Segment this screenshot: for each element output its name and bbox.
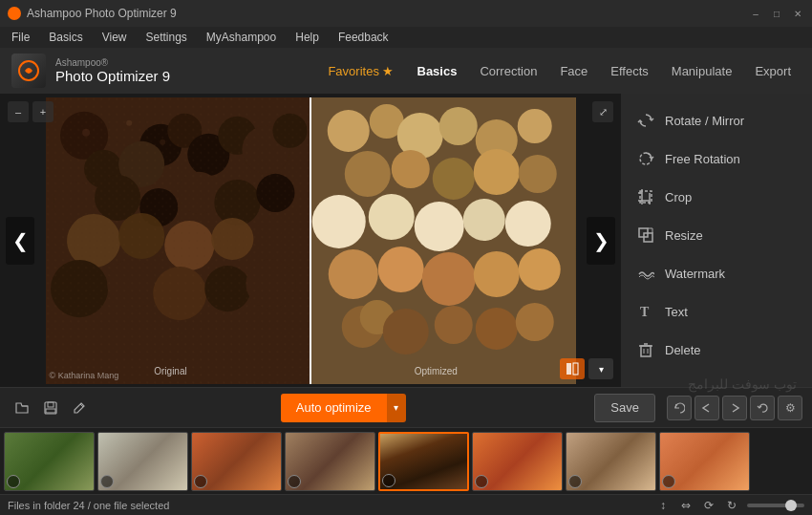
settings-button[interactable]: ⚙ xyxy=(778,396,802,420)
thumb-select-8 xyxy=(662,475,675,488)
watermark-item[interactable]: Watermark xyxy=(621,254,812,292)
svg-point-50 xyxy=(329,249,378,299)
rotate-mirror-item[interactable]: Rotate / Mirror xyxy=(621,101,812,139)
minimize-button[interactable]: – xyxy=(749,7,762,20)
rotate-left-button[interactable] xyxy=(750,396,775,420)
thumb-select-4 xyxy=(288,475,301,488)
save-button[interactable]: Save xyxy=(594,394,655,422)
delete-item[interactable]: Delete xyxy=(621,331,812,369)
nav-export[interactable]: Export xyxy=(745,60,801,82)
free-rotation-icon xyxy=(636,149,655,168)
svg-rect-62 xyxy=(573,363,578,375)
svg-point-46 xyxy=(369,194,415,240)
svg-point-44 xyxy=(519,155,557,193)
app-icon xyxy=(8,7,21,20)
svg-point-57 xyxy=(383,309,429,354)
crop-item[interactable]: Crop xyxy=(621,178,812,216)
auto-optimize-dropdown[interactable]: ▾ xyxy=(387,394,406,422)
status-text: Files in folder 24 / one file selected xyxy=(8,500,169,511)
svg-point-58 xyxy=(435,306,473,344)
zoom-in-button[interactable]: + xyxy=(32,101,53,122)
scroll-up-icon[interactable]: ↕ xyxy=(655,498,671,513)
svg-point-37 xyxy=(439,107,478,145)
menu-myashampoo[interactable]: MyAshampoo xyxy=(203,29,280,46)
nav-effects[interactable]: Effects xyxy=(601,60,658,82)
svg-point-59 xyxy=(476,308,518,350)
zoom-out-button[interactable]: – xyxy=(8,101,29,122)
menu-file[interactable]: File xyxy=(8,29,33,46)
redo-button[interactable] xyxy=(722,396,747,420)
maximize-button[interactable]: □ xyxy=(770,7,783,20)
nav-face[interactable]: Face xyxy=(550,60,597,82)
titlebar: Ashampoo Photo Optimizer 9 – □ ✕ xyxy=(0,0,812,27)
svg-point-53 xyxy=(474,251,520,297)
filmstrip-thumb-7[interactable] xyxy=(566,432,656,491)
view-options-button[interactable]: ▾ xyxy=(588,358,613,379)
thumb-select-5 xyxy=(382,474,395,487)
svg-point-42 xyxy=(433,158,475,200)
close-button[interactable]: ✕ xyxy=(791,7,804,20)
rotate-icon[interactable]: ↻ xyxy=(724,498,739,513)
next-image-button[interactable]: ❯ xyxy=(587,217,615,265)
filmstrip-thumb-3[interactable] xyxy=(191,432,282,491)
refresh-icon[interactable]: ⟳ xyxy=(701,498,716,513)
label-original: Original xyxy=(154,366,186,376)
edit-icon[interactable] xyxy=(67,396,92,420)
scroll-right-icon[interactable]: ⇔ xyxy=(678,498,694,513)
nav-correction[interactable]: Correction xyxy=(470,60,546,82)
filmstrip-thumb-8[interactable] xyxy=(659,432,750,491)
svg-point-41 xyxy=(392,150,430,188)
undo-button[interactable] xyxy=(694,396,719,420)
rotate-mirror-label: Rotate / Mirror xyxy=(665,114,744,128)
open-file-icon[interactable] xyxy=(10,396,34,420)
svg-rect-81 xyxy=(48,402,53,407)
svg-point-39 xyxy=(518,109,552,143)
nav-items: Favorites ★ Basics Correction Face Effec… xyxy=(203,60,801,82)
delete-label: Delete xyxy=(665,343,701,357)
photographer-credit: © Katharina Mang xyxy=(50,371,119,380)
menu-feedback[interactable]: Feedback xyxy=(334,29,393,46)
nav-manipulate[interactable]: Manipulate xyxy=(662,60,742,82)
free-rotation-item[interactable]: Free Rotation xyxy=(621,139,812,178)
crop-label: Crop xyxy=(665,190,692,204)
text-item[interactable]: T Text xyxy=(621,292,812,331)
filmstrip-thumb-5[interactable] xyxy=(378,432,469,491)
nav-basics[interactable]: Basics xyxy=(408,60,467,82)
thumb-select-7 xyxy=(568,475,582,488)
image-original xyxy=(46,97,311,384)
svg-point-43 xyxy=(474,149,520,195)
thumb-select-3 xyxy=(194,475,207,488)
svg-point-45 xyxy=(312,195,366,248)
logo-app: Photo Optimizer 9 xyxy=(55,68,170,84)
filmstrip-thumb-4[interactable] xyxy=(285,432,375,491)
delete-icon xyxy=(636,340,655,359)
svg-point-34 xyxy=(328,110,370,152)
menu-help[interactable]: Help xyxy=(291,29,323,46)
svg-rect-74 xyxy=(641,346,651,356)
compare-button[interactable] xyxy=(560,358,585,379)
zoom-thumb xyxy=(785,500,797,511)
filmstrip-thumb-6[interactable] xyxy=(472,432,563,491)
image-divider[interactable] xyxy=(310,97,311,384)
svg-point-49 xyxy=(505,201,551,247)
save-file-icon[interactable] xyxy=(38,396,63,420)
auto-optimize-button[interactable]: Auto optimize xyxy=(281,394,387,422)
menu-settings[interactable]: Settings xyxy=(141,29,190,46)
filmstrip-thumb-1[interactable] xyxy=(4,432,95,491)
filmstrip-thumb-2[interactable] xyxy=(97,432,188,491)
undo-history-button[interactable] xyxy=(667,396,692,420)
nav-favorites[interactable]: Favorites ★ xyxy=(318,60,403,82)
logo-area: Ashampoo® Photo Optimizer 9 xyxy=(11,54,203,88)
menu-basics[interactable]: Basics xyxy=(45,29,86,46)
image-viewer: – + ❮ xyxy=(0,94,621,387)
logo-brand: Ashampoo® xyxy=(55,57,170,68)
crop-icon xyxy=(636,187,655,206)
resize-item[interactable]: Resize xyxy=(621,216,812,254)
svg-point-48 xyxy=(463,199,505,241)
menu-view[interactable]: View xyxy=(98,29,131,46)
zoom-slider[interactable] xyxy=(747,504,804,507)
free-rotation-label: Free Rotation xyxy=(665,152,740,166)
prev-image-button[interactable]: ❮ xyxy=(6,217,34,265)
svg-point-60 xyxy=(516,303,554,341)
expand-button[interactable]: ⤢ xyxy=(592,101,613,122)
